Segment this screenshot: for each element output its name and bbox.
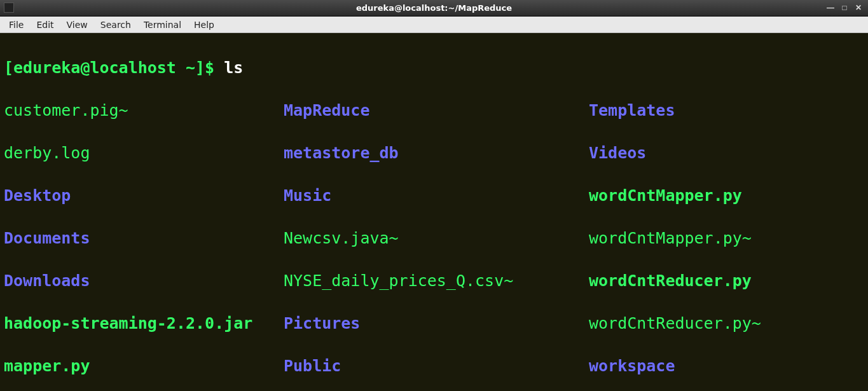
minimize-button[interactable]: —	[823, 2, 837, 13]
ls-entry: Documents	[4, 228, 284, 249]
maximize-button[interactable]: □	[837, 2, 851, 13]
close-button[interactable]: ✕	[851, 2, 865, 13]
menu-terminal[interactable]: Terminal	[137, 18, 188, 31]
ls-entry: Downloads	[4, 270, 284, 292]
ls-entry: Pictures	[284, 313, 589, 334]
ls-entry: Newcsv.java~	[284, 228, 589, 249]
ls-entry: Desktop	[4, 185, 284, 207]
menu-help[interactable]: Help	[188, 18, 221, 31]
ls-entry: wordCntReducer.py	[589, 270, 864, 292]
menu-view[interactable]: View	[60, 18, 94, 31]
ls-entry: Videos	[589, 142, 864, 164]
ls-entry: MapReduce	[284, 100, 589, 121]
terminal-icon	[4, 3, 14, 13]
terminal-output[interactable]: [edureka@localhost ~]$ ls customer.pig~M…	[0, 33, 868, 391]
ls-entry: Templates	[589, 100, 864, 121]
ls-entry: wordCntReducer.py~	[589, 313, 864, 334]
prompt-line: [edureka@localhost ~]$	[4, 58, 224, 77]
ls-entry: metastore_db	[284, 142, 589, 164]
menu-edit[interactable]: Edit	[30, 18, 60, 31]
ls-entry: wordCntMapper.py~	[589, 228, 864, 249]
window-titlebar: edureka@localhost:~/MapReduce — □ ✕	[0, 0, 868, 17]
command-text: ls	[224, 58, 243, 77]
ls-entry: derby.log	[4, 142, 284, 164]
ls-entry: Public	[284, 355, 589, 377]
menu-bar: File Edit View Search Terminal Help	[0, 17, 868, 33]
window-title: edureka@localhost:~/MapReduce	[356, 3, 512, 13]
ls-entry: mapper.py	[4, 355, 284, 377]
window-controls: — □ ✕	[823, 2, 865, 13]
ls-entry: NYSE_daily_prices_Q.csv~	[284, 270, 589, 292]
ls-entry: customer.pig~	[4, 100, 284, 121]
ls-entry: wordCntMapper.py	[589, 185, 864, 207]
menu-search[interactable]: Search	[94, 18, 137, 31]
ls-entry: Music	[284, 185, 589, 207]
ls-entry: hadoop-streaming-2.2.0.jar	[4, 313, 284, 334]
menu-file[interactable]: File	[3, 18, 30, 31]
ls-entry: workspace	[589, 355, 864, 377]
